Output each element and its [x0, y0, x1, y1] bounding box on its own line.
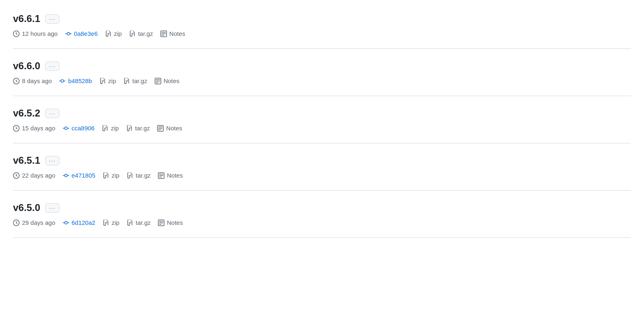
clock-icon	[13, 78, 20, 84]
clock-icon	[13, 31, 20, 37]
notes-icon	[158, 172, 164, 179]
commit-link[interactable]: 0a8e3e6	[65, 30, 98, 37]
notes-label: Notes	[169, 30, 185, 37]
time-ago-label: 15 days ago	[22, 125, 55, 132]
release-version[interactable]: v6.5.0	[13, 202, 40, 213]
notes-icon	[160, 31, 167, 37]
release-version[interactable]: v6.6.1	[13, 13, 40, 24]
notes-link[interactable]: Notes	[155, 77, 180, 84]
release-list: v6.6.1 ··· 12 hours ago 0a8e3e6 zip	[13, 8, 631, 238]
release-item: v6.6.1 ··· 12 hours ago 0a8e3e6 zip	[13, 8, 631, 49]
commit-hash-label: 0a8e3e6	[74, 30, 98, 37]
release-header: v6.6.0 ···	[13, 60, 631, 72]
commit-hash-label: cca8906	[72, 125, 95, 132]
targz-label: tar.gz	[132, 77, 147, 84]
zip-label: zip	[114, 30, 122, 37]
release-version[interactable]: v6.5.1	[13, 155, 40, 166]
commit-icon	[59, 78, 66, 84]
zip-label: zip	[112, 172, 119, 179]
clock-icon	[13, 220, 20, 226]
notes-link[interactable]: Notes	[160, 30, 185, 37]
release-meta: 8 days ago b48528b zip tar.gz Notes	[13, 77, 631, 84]
targz-label: tar.gz	[138, 30, 153, 37]
clock-icon	[13, 125, 20, 132]
notes-label: Notes	[166, 125, 182, 132]
targz-icon	[127, 220, 133, 226]
release-time: 29 days ago	[13, 219, 55, 226]
targz-download-link[interactable]: tar.gz	[127, 219, 151, 226]
zip-download-link[interactable]: zip	[103, 219, 119, 226]
release-time: 22 days ago	[13, 172, 55, 179]
release-meta: 12 hours ago 0a8e3e6 zip tar.gz Notes	[13, 30, 631, 37]
commit-hash-label: 6d120a2	[72, 219, 95, 226]
zip-icon	[105, 31, 112, 37]
zip-download-link[interactable]: zip	[103, 172, 119, 179]
release-version[interactable]: v6.6.0	[13, 60, 40, 72]
zip-label: zip	[111, 125, 118, 132]
commit-hash-label: e471805	[72, 172, 95, 179]
commit-link[interactable]: 6d120a2	[63, 219, 95, 226]
release-menu-button[interactable]: ···	[45, 203, 59, 213]
zip-download-link[interactable]: zip	[99, 77, 116, 84]
zip-label: zip	[112, 219, 119, 226]
time-ago-label: 8 days ago	[22, 77, 52, 84]
targz-download-link[interactable]: tar.gz	[129, 30, 153, 37]
targz-icon	[129, 31, 136, 37]
zip-icon	[102, 125, 108, 132]
time-ago-label: 22 days ago	[22, 172, 55, 179]
release-time: 15 days ago	[13, 125, 55, 132]
release-header: v6.5.1 ···	[13, 155, 631, 166]
zip-icon	[99, 78, 106, 84]
notes-label: Notes	[167, 219, 183, 226]
release-menu-button[interactable]: ···	[45, 62, 59, 71]
release-header: v6.5.2 ···	[13, 108, 631, 119]
targz-label: tar.gz	[136, 219, 151, 226]
release-header: v6.6.1 ···	[13, 13, 631, 24]
notes-label: Notes	[167, 172, 183, 179]
commit-icon	[63, 125, 69, 132]
release-menu-button[interactable]: ···	[45, 109, 59, 118]
targz-icon	[127, 172, 133, 179]
release-meta: 29 days ago 6d120a2 zip tar.gz Notes	[13, 219, 631, 226]
release-meta: 22 days ago e471805 zip tar.gz Notes	[13, 172, 631, 179]
targz-icon	[126, 125, 133, 132]
release-item: v6.5.2 ··· 15 days ago cca8906 zip	[13, 96, 631, 143]
time-ago-label: 29 days ago	[22, 219, 55, 226]
time-ago-label: 12 hours ago	[22, 30, 58, 37]
commit-link[interactable]: cca8906	[63, 125, 95, 132]
release-item: v6.5.1 ··· 22 days ago e471805 zip	[13, 143, 631, 191]
commit-link[interactable]: b48528b	[59, 77, 92, 84]
commit-icon	[63, 220, 69, 226]
commit-icon	[65, 31, 72, 37]
zip-icon	[103, 172, 109, 179]
targz-label: tar.gz	[136, 172, 151, 179]
targz-download-link[interactable]: tar.gz	[123, 77, 147, 84]
release-time: 8 days ago	[13, 77, 52, 84]
release-menu-button[interactable]: ···	[45, 156, 59, 165]
targz-download-link[interactable]: tar.gz	[126, 125, 150, 132]
clock-icon	[13, 172, 20, 179]
zip-download-link[interactable]: zip	[105, 30, 122, 37]
notes-icon	[155, 78, 161, 84]
release-meta: 15 days ago cca8906 zip tar.gz Notes	[13, 125, 631, 132]
notes-link[interactable]: Notes	[157, 125, 182, 132]
zip-label: zip	[108, 77, 116, 84]
release-item: v6.6.0 ··· 8 days ago b48528b zip	[13, 49, 631, 96]
zip-download-link[interactable]: zip	[102, 125, 118, 132]
notes-icon	[157, 125, 164, 132]
release-time: 12 hours ago	[13, 30, 58, 37]
notes-link[interactable]: Notes	[158, 219, 183, 226]
release-menu-button[interactable]: ···	[45, 14, 59, 24]
commit-icon	[63, 172, 69, 179]
targz-label: tar.gz	[135, 125, 150, 132]
targz-icon	[123, 78, 130, 84]
notes-label: Notes	[164, 77, 180, 84]
release-version[interactable]: v6.5.2	[13, 108, 40, 119]
zip-icon	[103, 220, 109, 226]
commit-hash-label: b48528b	[68, 77, 92, 84]
notes-link[interactable]: Notes	[158, 172, 183, 179]
notes-icon	[158, 220, 164, 226]
commit-link[interactable]: e471805	[63, 172, 95, 179]
release-item: v6.5.0 ··· 29 days ago 6d120a2 zip	[13, 191, 631, 238]
targz-download-link[interactable]: tar.gz	[127, 172, 151, 179]
